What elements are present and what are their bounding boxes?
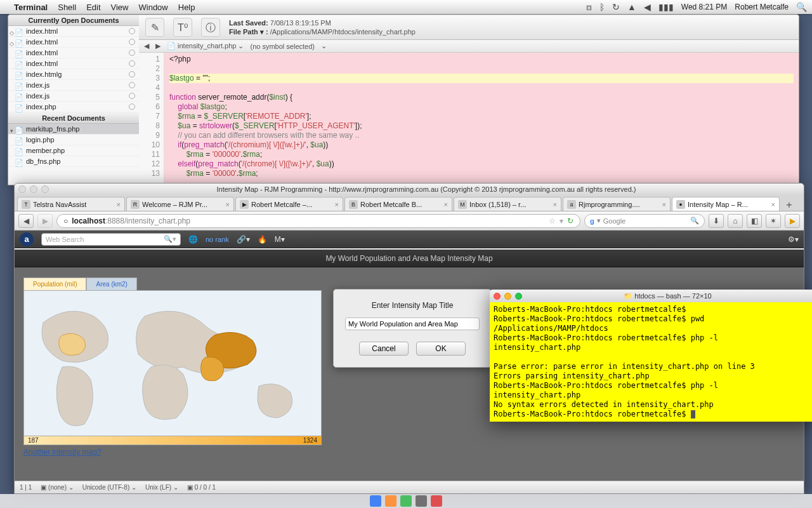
another-map-link[interactable]: Another intensity map? bbox=[23, 448, 322, 457]
back-button[interactable]: ◀ bbox=[18, 214, 34, 228]
browser-tab[interactable]: ●Intensity Map – R...× bbox=[672, 197, 780, 211]
open-file-row[interactable]: 📄index.html bbox=[8, 58, 139, 69]
status-counts: ▣ 0 / 0 / 1 bbox=[187, 484, 216, 491]
tab-close-icon[interactable]: × bbox=[335, 201, 339, 208]
dropdown-icon[interactable]: ▾ bbox=[560, 217, 563, 225]
menu-window[interactable]: Window bbox=[139, 3, 168, 12]
browser-tab[interactable]: RWelcome – RJM Pr...× bbox=[126, 197, 234, 211]
term-zoom[interactable] bbox=[515, 293, 522, 300]
recent-file-row[interactable]: 📄login.php bbox=[8, 135, 139, 145]
volume-icon[interactable]: ◀ bbox=[644, 2, 651, 12]
browser-tab[interactable]: MInbox (1,518) – r...× bbox=[454, 197, 561, 211]
tab-close-icon[interactable]: × bbox=[226, 201, 230, 208]
map-tab-population[interactable]: Population (mil) bbox=[23, 277, 86, 290]
traffic-min[interactable] bbox=[30, 185, 37, 193]
ok-button[interactable]: OK bbox=[416, 342, 466, 356]
open-file-row[interactable]: ◇📄index.html bbox=[8, 37, 139, 48]
recent-file-row[interactable]: 📄db_fns.php bbox=[8, 156, 139, 167]
dock-firefox-icon[interactable] bbox=[385, 495, 396, 507]
browser-tab[interactable]: TTelstra NavAssist× bbox=[17, 197, 125, 211]
address-bar[interactable]: ○ localhost:8888/intensity_chart.php ☆ ▾… bbox=[56, 214, 580, 228]
traffic-zoom[interactable] bbox=[41, 185, 49, 193]
nav-fwd-icon[interactable]: ▶ bbox=[155, 42, 160, 50]
menubar-user[interactable]: Robert Metcalfe bbox=[735, 3, 789, 11]
file-path-value: /Applications/MAMP/htdocs/intensity_char… bbox=[270, 28, 416, 36]
menu-view[interactable]: View bbox=[111, 3, 129, 12]
dock[interactable] bbox=[0, 494, 812, 508]
code-editor-window: Currently Open Documents ◇📄index.html◇📄i… bbox=[8, 14, 799, 185]
app-button-2[interactable]: ✶ bbox=[766, 214, 781, 228]
recent-file-row[interactable]: ▾📄markitup_fns.php bbox=[8, 124, 139, 135]
app-button-3[interactable]: ▶ bbox=[785, 214, 800, 228]
browser-tab[interactable]: ▶Robert Metcalfe –...× bbox=[235, 197, 343, 211]
recent-file-row[interactable]: 📄member.php bbox=[8, 145, 139, 156]
open-file-row[interactable]: 📄index.html bbox=[8, 48, 139, 58]
terminal-output[interactable]: Roberts-MacBook-Pro:htdocs robertmetcalf… bbox=[490, 302, 812, 422]
battery-icon[interactable]: ▮▮▮ bbox=[658, 2, 674, 12]
menu-edit[interactable]: Edit bbox=[86, 3, 100, 12]
tab-close-icon[interactable]: × bbox=[771, 201, 775, 208]
dock-app-icon[interactable] bbox=[400, 495, 412, 507]
open-file-row[interactable]: 📄index.php bbox=[8, 102, 139, 112]
code-area[interactable]: 12345678910111213 <?php $lastgo = ""; fu… bbox=[139, 53, 799, 185]
web-search-input[interactable]: Web Search🔍▾ bbox=[41, 233, 181, 246]
tool-fire-icon[interactable]: 🔥 bbox=[258, 235, 267, 244]
open-file-row[interactable]: 📄index.js bbox=[8, 91, 139, 102]
download-button[interactable]: ⬇ bbox=[709, 214, 724, 228]
recent-docs-header: Recent Documents bbox=[8, 112, 139, 124]
traffic-close[interactable] bbox=[18, 185, 26, 193]
dialog-input[interactable] bbox=[345, 318, 480, 330]
status-lineend[interactable]: Unix (LF) ⌄ bbox=[145, 484, 178, 491]
new-tab-button[interactable]: + bbox=[781, 199, 797, 211]
star-icon[interactable]: ☆ bbox=[549, 217, 556, 225]
app-name[interactable]: Terminal bbox=[14, 3, 48, 12]
tool-gear-icon[interactable]: ⚙▾ bbox=[788, 235, 799, 244]
dock-terminal-icon[interactable] bbox=[416, 495, 427, 507]
forward-button[interactable]: ▶ bbox=[37, 214, 53, 228]
editor-toolbar: ✎ T⁰ ⓘ Last Saved: 7/08/13 8:19:15 PM Fi… bbox=[139, 15, 799, 40]
reload-icon[interactable]: ↻ bbox=[567, 217, 573, 225]
timemachine-icon[interactable]: ↻ bbox=[612, 2, 620, 12]
pencil-icon[interactable]: ✎ bbox=[145, 18, 164, 37]
map-widget: Population (mil) Area (km2) bbox=[23, 277, 322, 457]
home-button[interactable]: ⌂ bbox=[728, 214, 743, 228]
tab-close-icon[interactable]: × bbox=[662, 201, 666, 208]
pathbar-symbol[interactable]: (no symbol selected) bbox=[250, 43, 315, 50]
open-file-row[interactable]: ◇📄index.html bbox=[8, 26, 139, 37]
status-encoding[interactable]: Unicode (UTF-8) ⌄ bbox=[82, 484, 136, 491]
intensity-map[interactable] bbox=[23, 290, 322, 436]
open-file-row[interactable]: 📄index.js bbox=[8, 80, 139, 91]
term-close[interactable] bbox=[494, 293, 501, 300]
menu-help[interactable]: Help bbox=[178, 3, 195, 12]
cancel-button[interactable]: Cancel bbox=[359, 342, 409, 356]
globe-icon: ○ bbox=[63, 217, 68, 225]
term-min[interactable] bbox=[504, 293, 511, 300]
status-lang[interactable]: ▣ (none) ⌄ bbox=[41, 484, 73, 491]
bluetooth-icon[interactable]: ᛒ bbox=[599, 2, 605, 12]
menubar-clock[interactable]: Wed 8:21 PM bbox=[681, 3, 727, 11]
browser-tab[interactable]: BRobert Metcalfe B...× bbox=[344, 197, 452, 211]
app-button-1[interactable]: ◧ bbox=[747, 214, 762, 228]
dock-finder-icon[interactable] bbox=[370, 495, 381, 507]
text-icon[interactable]: T⁰ bbox=[173, 18, 192, 37]
tab-close-icon[interactable]: × bbox=[117, 201, 121, 208]
tab-close-icon[interactable]: × bbox=[444, 201, 448, 208]
open-file-row[interactable]: 📄index.htmlg bbox=[8, 69, 139, 80]
wifi-icon[interactable]: ▲ bbox=[627, 2, 636, 12]
ask-logo-icon[interactable]: a bbox=[20, 232, 34, 246]
tool-link-icon[interactable]: 🔗▾ bbox=[237, 235, 250, 244]
nav-back-icon[interactable]: ◀ bbox=[144, 42, 149, 50]
dialog-label: Enter Intensity Map Title bbox=[345, 301, 480, 310]
search-box[interactable]: g ▾ Google 🔍 bbox=[584, 214, 705, 228]
tool-mail-icon[interactable]: M▾ bbox=[275, 235, 285, 244]
menu-shell[interactable]: Shell bbox=[58, 3, 76, 12]
map-tab-area[interactable]: Area (km2) bbox=[86, 277, 136, 290]
pathbar-filename[interactable]: intensity_chart.php bbox=[178, 42, 236, 50]
browser-tab[interactable]: aRjmprogramming....× bbox=[563, 197, 671, 211]
dropbox-icon[interactable]: ⧈ bbox=[586, 2, 592, 13]
info-icon[interactable]: ⓘ bbox=[201, 18, 220, 37]
tab-close-icon[interactable]: × bbox=[553, 201, 557, 208]
rank-icon[interactable]: 🌐 bbox=[188, 235, 198, 244]
dock-app2-icon[interactable] bbox=[431, 495, 442, 507]
spotlight-icon[interactable]: 🔍 bbox=[796, 2, 807, 12]
